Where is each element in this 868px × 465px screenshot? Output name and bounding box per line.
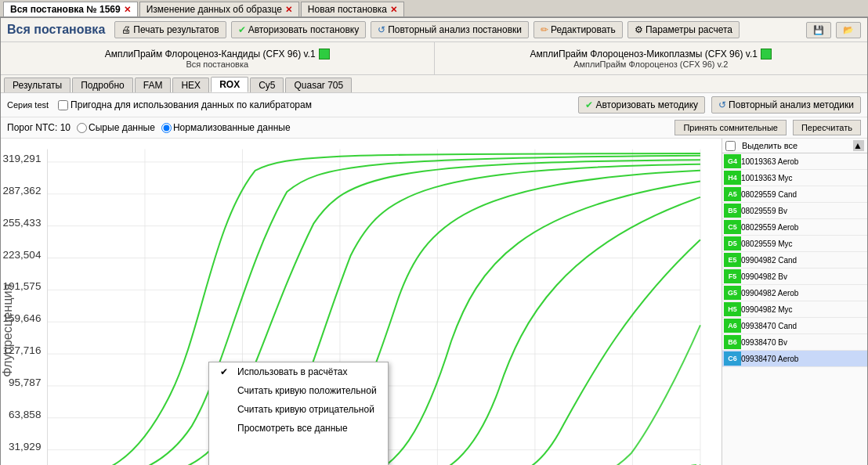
close-icon[interactable]: ✕ [390,5,397,15]
svg-text:31,929: 31,929 [9,441,41,452]
check-icon2: ✔ [585,99,593,110]
tab-izmenenie[interactable]: Изменение данных об образце ✕ [139,2,299,16]
tab-results[interactable]: Результаты [4,78,71,92]
calibrator-checkbox[interactable] [58,100,68,110]
raw-data-radio-label[interactable]: Сырые данные [77,122,155,133]
protocol-right-sub: АмплиПрайм Флороценоз (CFX 96) v.2 [573,59,728,69]
svg-text:63,858: 63,858 [9,409,41,420]
top-tab-bar: Вся постановка № 1569 ✕ Изменение данных… [0,0,868,17]
tab-label: Вся постановка № 1569 [10,4,121,15]
list-item[interactable]: A5 08029559 Cand [722,186,867,203]
open-icon-button[interactable]: 📂 [836,22,861,38]
protocol-left: АмплиПрайм Флороценоз-Кандиды (CFX 96) v… [1,42,435,74]
close-icon[interactable]: ✕ [285,5,292,15]
empty-check-icon3 [220,423,231,434]
main-split: 319,291 287,362 255,433 223,504 191,575 … [1,139,867,465]
gear-icon: ⚙ [635,24,643,35]
save-icon-button[interactable]: 💾 [806,22,831,38]
normalized-data-radio-label[interactable]: Нормализованные данные [161,122,291,133]
context-menu: ✔ Использовать в расчётах Считать кривую… [208,362,389,465]
list-item[interactable]: G4 10019363 Aerob [722,153,867,170]
svg-text:287,362: 287,362 [3,185,42,196]
list-item[interactable]: B6 09938470 Bv [722,334,867,351]
calibrator-label: Пригодна для использования данных по кал… [71,99,312,110]
context-use-in-calc[interactable]: ✔ Использовать в расчётах [209,362,388,381]
raw-data-radio[interactable] [77,123,87,133]
protocol-right-badge [761,49,772,59]
recalc-button[interactable]: Пересчитать [793,120,861,135]
list-item[interactable]: C5 08029559 Aerob [722,219,867,236]
tab-quasar[interactable]: Quasar 705 [285,78,352,92]
normalized-data-radio[interactable] [161,123,172,133]
edit-icon: ✏ [541,24,548,35]
tab-rox[interactable]: ROX [211,77,248,92]
svg-text:Флуоресценция: Флуоресценция [1,283,14,377]
right-panel: Выделить все ▲ G4 10019363 Aerob H4 1001… [722,139,867,465]
edit-button[interactable]: ✏ Редактировать [533,21,623,38]
tab-hex[interactable]: HEX [172,78,209,92]
empty-check-icon2 [220,404,231,415]
series-row: Серия test Пригодна для использования да… [1,93,867,117]
toolbar-title: Вся постановка [7,23,105,37]
threshold-row: Порог NTC: 10 Сырые данные Нормализованн… [1,117,867,139]
check-icon: ✔ [238,24,246,35]
context-view-all[interactable]: Просмотреть все данные [209,419,388,438]
calibrator-checkbox-label[interactable]: Пригодна для использования данных по кал… [58,99,312,110]
list-item[interactable]: E5 09904982 Cand [722,252,867,269]
svg-text:255,433: 255,433 [3,217,42,229]
list-item[interactable]: C6 09938470 Aerob [722,351,867,367]
select-all-checkbox[interactable] [725,141,736,151]
list-item[interactable]: G5 09904982 Aerob [722,285,867,301]
protocol-right: АмплиПрайм Флороценоз-Микоплазмы (CFX 96… [435,42,868,74]
threshold-label: Порог NTC: 10 [7,122,71,133]
check-mark-icon: ✔ [220,366,231,377]
select-all-label: Выделить все [742,141,797,150]
list-item[interactable]: B5 08029559 Bv [722,203,867,219]
refresh-icon: ↺ [378,24,385,35]
print-icon: 🖨 [121,24,131,35]
svg-text:223,504: 223,504 [3,248,42,260]
svg-text:95,787: 95,787 [9,377,41,388]
scrollbar-up[interactable]: ▲ [853,140,864,151]
select-all-header: Выделить все ▲ [722,139,867,153]
context-negative[interactable]: Считать кривую отрицательной [209,400,388,419]
tab-detailed[interactable]: Подробно [72,78,133,92]
accept-button[interactable]: Принять сомнительные [675,120,786,135]
reanalysis-method-button[interactable]: ↺ Повторный анализ методики [711,96,861,114]
refresh-icon2: ↺ [718,99,726,110]
inner-tabs: Результаты Подробно FAM HEX ROX Cy5 Quas… [1,75,867,93]
empty-check-icon [220,385,231,396]
list-item[interactable]: D5 08029559 Myc [722,236,867,252]
protocol-left-badge [319,49,330,59]
protocol-left-sub: Вся постановка [186,59,248,69]
protocol-row: АмплиПрайм Флороценоз-Кандиды (CFX 96) v… [1,42,867,75]
authorize-button[interactable]: ✔ Авторизовать постановку [231,21,367,38]
tab-label: Новая постановка [308,4,387,15]
tab-vsa-postanovka[interactable]: Вся постановка № 1569 ✕ [3,2,138,16]
list-item[interactable]: A6 09938470 Cand [722,318,867,334]
list-item[interactable]: H4 10019363 Myc [722,170,867,186]
tab-novaya[interactable]: Новая постановка ✕ [301,2,404,16]
list-item[interactable]: H5 09904982 Myc [722,301,867,318]
main-toolbar: Вся постановка 🖨 Печать результатов ✔ Ав… [1,18,867,42]
print-button[interactable]: 🖨 Печать результатов [114,21,226,38]
params-button[interactable]: ⚙ Параметры расчета [627,21,740,38]
tab-label: Изменение данных об образце [146,4,282,15]
sample-list: G4 10019363 Aerob H4 10019363 Myc A5 080… [722,153,867,465]
svg-text:319,291: 319,291 [3,153,42,164]
series-label: Серия test [7,100,49,110]
list-item[interactable]: F5 09904982 Bv [722,269,867,285]
protocol-right-name: АмплиПрайм Флороценоз-Микоплазмы (CFX 96… [530,49,758,59]
close-icon[interactable]: ✕ [124,5,131,15]
tab-cy5[interactable]: Cy5 [250,78,284,92]
tab-fam[interactable]: FAM [135,78,172,92]
protocol-left-name: АмплиПрайм Флороценоз-Кандиды (CFX 96) v… [105,49,316,59]
context-positive[interactable]: Считать кривую положительной [209,381,388,400]
authorize-method-button[interactable]: ✔ Авторизовать методику [578,96,705,114]
reanalysis-button[interactable]: ↺ Повторный анализ постановки [371,21,529,38]
